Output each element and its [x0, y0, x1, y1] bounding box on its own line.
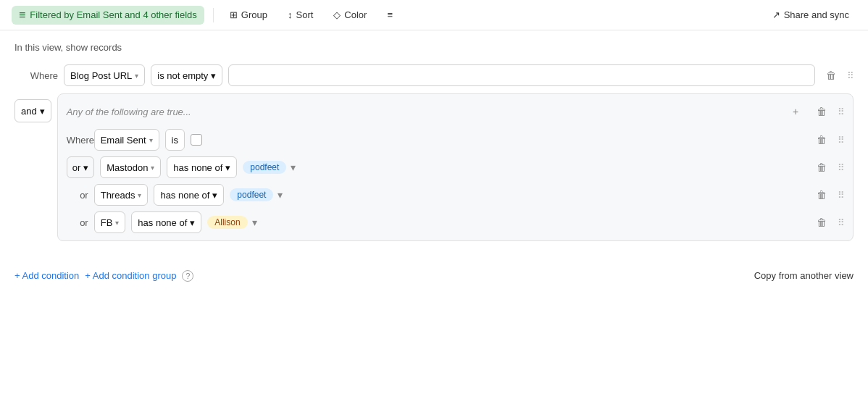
- checkbox-empty[interactable]: [191, 134, 202, 146]
- chevron-down-icon: ▾: [211, 70, 216, 81]
- where-label: Where: [14, 70, 58, 81]
- is-label: is: [172, 135, 178, 146]
- has-none-of-label-1: has none of: [173, 162, 222, 173]
- drag-handle-group[interactable]: ⠿: [838, 106, 844, 117]
- filter-panel: In this view, show records Where Blog Po…: [0, 30, 868, 264]
- chevron-down-icon: ▾: [212, 190, 217, 201]
- table-row: or ▾ Mastodon ▾ has none of ▾ podfeet ▾ …: [67, 156, 844, 178]
- group-header: Any of the following are true... + 🗑 ⠿: [67, 101, 844, 122]
- top-value-area: [228, 64, 815, 86]
- and-label: and: [21, 106, 37, 117]
- fb-field-select[interactable]: FB ▾: [94, 211, 126, 233]
- and-dropdown[interactable]: and ▾: [14, 99, 51, 122]
- drag-handle-row-3[interactable]: ⠿: [838, 217, 844, 228]
- top-field-select[interactable]: Blog Post URL ▾: [64, 64, 145, 86]
- has-none-of-select-3[interactable]: has none of ▾: [131, 211, 201, 233]
- chevron-down-icon: ▾: [151, 164, 154, 172]
- chevron-down-icon: ▾: [40, 106, 45, 117]
- color-label: Color: [344, 9, 367, 20]
- delete-row-0-button[interactable]: 🗑: [811, 130, 832, 150]
- chevron-down-icon: ▾: [149, 136, 153, 144]
- tag-podfeet-2[interactable]: podfeet: [230, 188, 273, 201]
- drag-handle-row-1[interactable]: ⠿: [838, 162, 844, 173]
- color-icon: ◇: [333, 9, 341, 20]
- drag-handle-row-2[interactable]: ⠿: [838, 190, 844, 201]
- delete-row-3-button[interactable]: 🗑: [811, 212, 832, 232]
- has-none-of-label-2: has none of: [160, 190, 209, 201]
- sort-button[interactable]: ↕ Sort: [280, 7, 320, 23]
- checkbox-value-area: [191, 134, 806, 146]
- delete-top-row-button[interactable]: 🗑: [821, 65, 841, 85]
- email-sent-label: Email Sent: [101, 135, 146, 146]
- share-sync-button[interactable]: ↗ Share and sync: [765, 7, 856, 23]
- group-button[interactable]: ⊞ Group: [222, 7, 275, 23]
- is-condition-select[interactable]: is: [165, 129, 185, 151]
- top-condition-select[interactable]: is not empty ▾: [151, 64, 222, 86]
- chevron-down-icon: ▾: [252, 217, 257, 228]
- email-sent-field-select[interactable]: Email Sent ▾: [94, 129, 159, 151]
- drag-handle-row-0[interactable]: ⠿: [838, 135, 844, 146]
- table-row: or FB ▾ has none of ▾ Allison ▾ 🗑 ⠿: [67, 211, 844, 233]
- table-row: Where Email Sent ▾ is 🗑 ⠿: [67, 129, 844, 151]
- chevron-down-icon: ▾: [135, 72, 138, 80]
- add-group-condition-button[interactable]: +: [785, 101, 806, 122]
- or-label-2: or: [67, 190, 88, 201]
- delete-group-button[interactable]: 🗑: [811, 101, 832, 122]
- add-condition-button[interactable]: + Add condition: [14, 267, 79, 284]
- top-filter-row: Where Blog Post URL ▾ is not empty ▾ 🗑 ⠿: [14, 64, 854, 86]
- chevron-down-icon: ▾: [277, 189, 283, 201]
- share-label: Share and sync: [784, 9, 849, 20]
- tag-allison[interactable]: Allison: [207, 216, 247, 229]
- has-none-of-select-2[interactable]: has none of ▾: [154, 184, 224, 206]
- chevron-down-icon: ▾: [190, 217, 195, 228]
- mastodon-label: Mastodon: [107, 162, 148, 173]
- or-label-1: or: [72, 162, 81, 173]
- table-row: or Threads ▾ has none of ▾ podfeet ▾ 🗑 ⠿: [67, 184, 844, 206]
- filter-badge[interactable]: ≡ Filtered by Email Sent and 4 other fie…: [12, 6, 204, 25]
- add-condition-group-button[interactable]: + Add condition group: [85, 267, 176, 284]
- top-condition-label: is not empty: [157, 70, 208, 81]
- threads-field-select[interactable]: Threads ▾: [94, 184, 149, 206]
- has-none-of-label-3: has none of: [138, 217, 187, 228]
- bottom-actions: + Add condition + Add condition group ? …: [0, 264, 868, 296]
- group-header-label: Any of the following are true...: [67, 106, 191, 117]
- tag-podfeet-1[interactable]: podfeet: [243, 161, 286, 174]
- chevron-down-icon: ▾: [138, 191, 141, 199]
- filter-badge-label: Filtered by Email Sent and 4 other field…: [30, 9, 197, 20]
- sort-icon: ↕: [288, 9, 293, 20]
- help-icon[interactable]: ?: [182, 270, 193, 282]
- group-inner: Any of the following are true... + 🗑 ⠿ W…: [57, 93, 854, 241]
- chevron-down-icon: ▾: [225, 162, 230, 173]
- where-inner-label: Where: [67, 135, 88, 146]
- filter-icon: ≡: [19, 9, 25, 22]
- chevron-down-icon: ▾: [115, 219, 119, 227]
- value-area-1: podfeet ▾: [243, 161, 806, 174]
- threads-label: Threads: [101, 190, 135, 201]
- toolbar-divider: [213, 8, 214, 22]
- or-label-3: or: [67, 217, 88, 228]
- fb-label: FB: [101, 217, 113, 228]
- mastodon-field-select[interactable]: Mastodon ▾: [100, 156, 161, 178]
- share-icon: ↗: [772, 9, 780, 20]
- or-dropdown-1[interactable]: or ▾: [67, 156, 95, 178]
- fields-icon: ≡: [387, 9, 393, 20]
- group-label: Group: [241, 9, 267, 20]
- toolbar: ≡ Filtered by Email Sent and 4 other fie…: [0, 0, 868, 30]
- has-none-of-select-1[interactable]: has none of ▾: [167, 156, 237, 178]
- value-area-3: Allison ▾: [207, 216, 806, 229]
- sort-label: Sort: [296, 9, 314, 20]
- chevron-down-icon: ▾: [291, 162, 296, 173]
- chevron-down-icon: ▾: [83, 162, 88, 173]
- delete-row-1-button[interactable]: 🗑: [811, 157, 832, 177]
- copy-from-view-button[interactable]: Copy from another view: [754, 270, 854, 281]
- fields-button[interactable]: ≡: [380, 7, 400, 23]
- drag-handle-top[interactable]: ⠿: [847, 70, 854, 81]
- group-header-actions: + 🗑 ⠿: [785, 101, 844, 122]
- color-button[interactable]: ◇ Color: [326, 7, 374, 23]
- group-box: and ▾ Any of the following are true... +…: [14, 93, 854, 241]
- delete-row-2-button[interactable]: 🗑: [811, 185, 832, 205]
- value-area-2: podfeet ▾: [230, 188, 806, 201]
- group-icon: ⊞: [230, 9, 238, 20]
- top-field-label: Blog Post URL: [70, 70, 132, 81]
- panel-subtitle: In this view, show records: [14, 42, 854, 53]
